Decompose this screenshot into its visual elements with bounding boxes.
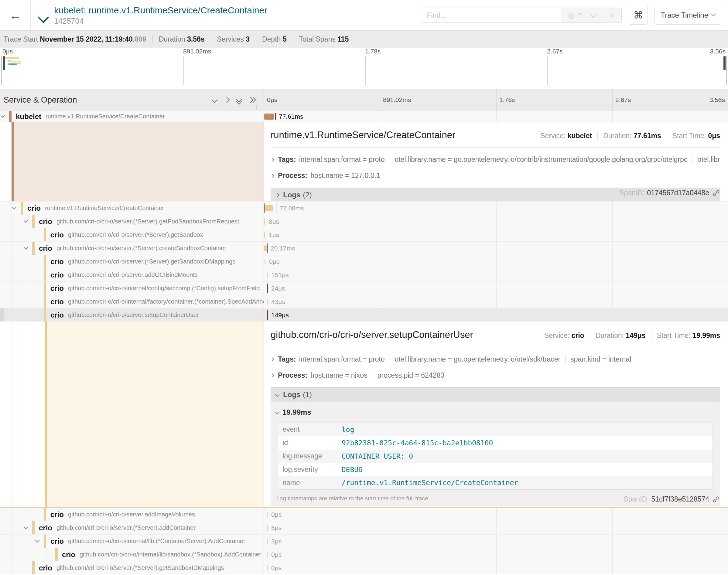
find-tools: ◎ × [562, 8, 622, 23]
logs-accordion-expanded[interactable]: Logs (1) [271, 387, 720, 402]
span-duration-bar[interactable] [264, 113, 274, 120]
span-row-timeline[interactable]: 0μs [264, 561, 728, 574]
span-duration-bar[interactable] [267, 512, 268, 518]
span-detail-card: github.com/cri-o/cri-o/server.setupConta… [264, 322, 728, 507]
span-row[interactable]: crio github.com/cri-o/cri-o/server.setup… [0, 308, 728, 322]
span-row-timeline[interactable]: 3μs [264, 535, 728, 548]
trace-title-link[interactable]: kubelet: runtime.v1.RuntimeService/Creat… [54, 5, 267, 15]
span-row-timeline[interactable]: 24μs [264, 282, 728, 295]
span-duration-bar[interactable] [267, 538, 268, 544]
span-expand-chevron-icon[interactable] [1, 114, 4, 117]
log-field-row: name /runtime.v1.RuntimeService/CreateCo… [278, 476, 713, 490]
collapse-trace-chevron-icon[interactable] [39, 13, 47, 23]
span-row[interactable]: kubelet runtime.v1.RuntimeService/Create… [0, 111, 728, 122]
span-row-timeline[interactable]: 20.17ms [264, 242, 728, 255]
view-selector-dropdown[interactable]: Trace Timeline [655, 6, 722, 25]
span-row[interactable]: crio runtime.v1.RuntimeService/CreateCon… [0, 201, 728, 215]
span-service-label: crio [51, 271, 64, 279]
span-operation-label: github.com/cri-o/cri-o/server.(*Server).… [57, 524, 196, 531]
collapse-one-icon[interactable] [212, 98, 217, 102]
timeline-gridline [380, 242, 380, 255]
tree-guide-line [11, 282, 12, 295]
span-row[interactable]: crio github.com/cri-o/cri-o/server.addIm… [0, 508, 728, 521]
span-row[interactable]: crio github.com/cri-o/cri-o/server.(*Ser… [0, 215, 728, 228]
span-row-timeline[interactable]: 1μs [264, 228, 728, 241]
span-duration-bar[interactable] [265, 259, 265, 265]
column-resize-grip[interactable] [256, 105, 259, 110]
span-expand-chevron-icon[interactable] [13, 206, 16, 209]
find-prev-icon[interactable] [578, 13, 592, 17]
service-operation-title: Service & Operation [4, 95, 77, 105]
ruler-tick-label: 891.02ms [383, 96, 411, 104]
span-row-timeline[interactable]: 6μs [264, 521, 728, 534]
span-duration-bar[interactable] [264, 232, 265, 238]
span-row[interactable]: crio github.com/cri-o/cri-o/server.(*Ser… [0, 228, 728, 241]
span-id-value: 0174567d17a0448e [647, 189, 709, 197]
minimap-right-drag-handle[interactable] [723, 56, 726, 70]
span-row-timeline[interactable]: 77.61ms [264, 111, 728, 122]
span-expand-chevron-icon[interactable] [24, 526, 27, 529]
span-row-timeline[interactable]: 0μs [264, 548, 728, 561]
collapse-all-icon[interactable] [237, 97, 241, 103]
tree-guide-line [11, 561, 12, 574]
span-expand-chevron-icon[interactable] [36, 539, 39, 542]
back-arrow-icon[interactable]: ← [0, 0, 30, 30]
span-duration-bar[interactable] [265, 205, 273, 211]
span-duration-bar[interactable] [264, 245, 267, 251]
span-duration-bar[interactable] [267, 299, 268, 305]
span-row[interactable]: crio github.com/cri-o/cri-o/server.(*Ser… [0, 561, 728, 574]
span-row[interactable]: crio github.com/cri-o/cri-o/internal/fac… [0, 295, 728, 308]
span-expand-chevron-icon[interactable] [24, 219, 27, 222]
span-color-accent [55, 548, 58, 561]
span-row[interactable]: crio github.com/cri-o/cri-o/server.(*Ser… [0, 255, 728, 268]
locate-icon[interactable]: ◎ [565, 11, 578, 20]
process-row[interactable]: Process: host.name = 127.0.0.1 [271, 172, 720, 180]
span-duration-bar[interactable] [264, 218, 265, 225]
find-input[interactable] [422, 8, 562, 23]
span-row-timeline[interactable]: 43μs [264, 295, 728, 308]
timeline-gridline [496, 228, 497, 241]
span-row[interactable]: crio github.com/cri-o/cri-o/internal/lib… [0, 534, 728, 548]
span-row[interactable]: crio github.com/cri-o/cri-o/server.addOC… [0, 268, 728, 281]
timeline-gridline [612, 548, 613, 561]
timeline-gridline [612, 255, 613, 268]
span-duration-bar[interactable] [267, 525, 268, 531]
timeline-gridline [496, 508, 497, 521]
span-row-timeline[interactable]: 0μs [264, 508, 728, 521]
span-row-timeline[interactable]: 8μs [264, 215, 728, 228]
copy-link-icon[interactable] [712, 189, 720, 197]
span-row[interactable]: crio github.com/cri-o/cri-o/server.(*Ser… [0, 241, 728, 255]
tags-row[interactable]: Tags: internal.span.format = protootel.l… [271, 355, 720, 363]
span-row[interactable]: crio github.com/cri-o/cri-o/internal/lib… [0, 548, 728, 561]
copy-link-icon[interactable] [712, 496, 720, 503]
clear-find-icon[interactable]: × [605, 11, 618, 20]
tree-guide-line [11, 308, 12, 322]
minimap-left-drag-handle[interactable] [3, 56, 5, 70]
log-field-key: name [278, 476, 337, 490]
expand-all-icon[interactable] [249, 98, 254, 102]
process-row[interactable]: Process: host.name = nixosprocess.pid = … [271, 371, 720, 379]
span-row-timeline[interactable]: 77.08ms [264, 202, 728, 215]
span-row[interactable]: crio github.com/cri-o/cri-o/server.(*Ser… [0, 521, 728, 534]
span-row-timeline[interactable]: 0μs [264, 255, 728, 268]
span-row-timeline[interactable]: 151μs [264, 268, 728, 281]
header-divider [30, 0, 31, 30]
span-service-label: crio [51, 311, 64, 319]
minimap-canvas[interactable] [1, 56, 727, 85]
expand-one-icon[interactable] [225, 98, 229, 102]
timeline-gridline [612, 268, 613, 281]
tree-guide-line [46, 548, 46, 561]
tags-row[interactable]: Tags: internal.span.format = protootel.l… [271, 156, 720, 164]
find-next-icon[interactable] [592, 13, 605, 17]
keyboard-shortcuts-button[interactable]: ⌘ [629, 6, 648, 25]
span-row-left: crio github.com/cri-o/cri-o/server.(*Ser… [0, 255, 264, 268]
span-duration-bar[interactable] [267, 272, 268, 278]
tree-guide-line [35, 228, 35, 241]
span-duration-bar[interactable] [267, 565, 268, 571]
span-operation-label: github.com/cri-o/cri-o/internal/lib/sand… [79, 551, 261, 558]
log-entry-header[interactable]: 19.99ms [276, 408, 715, 416]
span-expand-chevron-icon[interactable] [24, 246, 27, 249]
span-row[interactable]: crio github.com/cri-o/cri-o/internal/con… [0, 281, 728, 295]
span-duration-bar[interactable] [267, 552, 268, 558]
span-row-timeline[interactable]: 149μs [264, 308, 728, 322]
